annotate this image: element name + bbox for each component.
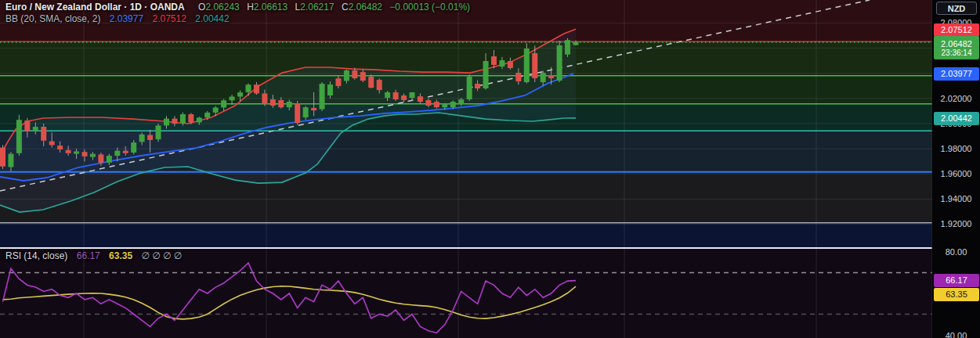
candle-body xyxy=(98,154,103,162)
candle-body xyxy=(156,125,161,139)
candle-body xyxy=(164,119,169,126)
price-axis[interactable]: 2.080002.020002.000001.980001.960001.940… xyxy=(932,0,980,338)
candle-body xyxy=(434,102,439,107)
candle-body xyxy=(524,49,530,82)
axis-price-badge: 2.07512 xyxy=(934,23,979,37)
candle-body xyxy=(90,154,96,157)
candle-body xyxy=(335,78,341,86)
candle-body xyxy=(139,135,145,142)
rsi-ma-value: 63.35 xyxy=(109,250,132,261)
rsi-legend-row[interactable]: RSI (14, close) 66.17 63.35 ∅ ∅ ∅ ∅ xyxy=(5,250,182,261)
candle-body xyxy=(33,127,38,131)
rsi-value: 66.17 xyxy=(77,250,100,261)
candle-body xyxy=(418,96,423,102)
rsi-empty-plots: ∅ ∅ ∅ ∅ xyxy=(141,250,182,261)
candle-body xyxy=(270,99,276,106)
candle-body xyxy=(287,102,292,107)
candle-body xyxy=(147,135,153,140)
price-zone xyxy=(0,224,932,247)
candle-body xyxy=(246,84,251,92)
candle-body xyxy=(327,84,333,95)
price-zone xyxy=(0,41,932,76)
currency-button-label: NZD xyxy=(948,4,966,13)
candle-body xyxy=(541,73,546,82)
candle-body xyxy=(532,53,537,78)
symbol-title: Euro / New Zealand Dollar · 1D · OANDA xyxy=(5,2,185,13)
candle-body xyxy=(230,96,235,100)
axis-price-badge: 63.35 xyxy=(934,288,979,301)
candle-body xyxy=(442,103,447,107)
ohlc-high-value: 2.06613 xyxy=(254,2,287,13)
legend-bb-row[interactable]: BB (20, SMA, close, 2) 2.03977 2.07512 2… xyxy=(5,13,470,24)
ohlc-open-value: 2.06243 xyxy=(205,2,239,13)
candle-body xyxy=(204,113,210,117)
candle-body xyxy=(254,84,259,93)
candle-body xyxy=(41,127,46,141)
candle-body xyxy=(197,117,202,122)
axis-price-badge: 2.00442 xyxy=(934,112,979,125)
rsi-label: RSI (14, close) xyxy=(5,250,67,261)
axis-tick-label: 2.02000 xyxy=(932,94,980,103)
candle-body xyxy=(491,56,497,65)
candle-body xyxy=(548,75,554,78)
ohlc-high-label: H xyxy=(247,2,254,13)
currency-button[interactable]: NZD xyxy=(936,2,977,15)
ohlc-close-value: 2.06482 xyxy=(349,2,382,13)
candle-body xyxy=(278,100,284,107)
legend-symbol-row[interactable]: Euro / New Zealand Dollar · 1D · OANDA O… xyxy=(5,2,470,13)
price-zone xyxy=(0,172,932,223)
candle-body xyxy=(311,108,316,110)
candle-body xyxy=(483,61,489,88)
candle-body xyxy=(221,100,226,107)
candle-body xyxy=(66,150,71,153)
ohlc-close-label: C xyxy=(342,2,349,13)
candle-body xyxy=(393,92,399,99)
axis-price-badge: 2.03977 xyxy=(934,67,979,81)
axis-tick-label: 40.00 xyxy=(932,331,980,338)
axis-tick-label: 1.94000 xyxy=(932,194,980,203)
candle-body xyxy=(57,146,63,149)
candle-body xyxy=(49,142,55,146)
candle-body xyxy=(344,70,349,81)
candle-body xyxy=(188,114,193,122)
candle-body xyxy=(82,152,88,156)
candle-body xyxy=(385,92,390,98)
bb-lower-value: 2.00442 xyxy=(195,13,229,24)
candle-body xyxy=(377,80,382,90)
ohlc-open-label: O xyxy=(198,2,205,13)
tradingview-chart-window: Euro / New Zealand Dollar · 1D · OANDA O… xyxy=(0,0,980,338)
candle-body xyxy=(303,107,309,117)
candle-body xyxy=(401,95,407,100)
candle-body xyxy=(295,103,300,123)
candle-body xyxy=(74,151,79,153)
axis-tick-label: 1.92000 xyxy=(932,219,980,228)
candle-body xyxy=(0,148,5,167)
axis-tick-label: 80.00 xyxy=(932,247,980,257)
candle-body xyxy=(467,77,472,99)
axis-price-badge: 2.0648223:36:14 xyxy=(934,36,979,59)
chart-svg[interactable] xyxy=(0,0,980,338)
countdown-timer: 23:36:14 xyxy=(934,49,979,57)
candle-body xyxy=(107,156,112,163)
candle-body xyxy=(114,151,120,156)
candle-body xyxy=(475,84,480,88)
bb-upper-value: 2.07512 xyxy=(152,13,186,24)
candle-body xyxy=(123,151,128,153)
axis-price-badge: 66.17 xyxy=(934,274,979,287)
candle-body xyxy=(458,99,464,104)
candle-body xyxy=(8,154,13,167)
axis-tick-label: 1.96000 xyxy=(932,169,980,178)
candle-body xyxy=(565,40,570,54)
rsi-panel-bg xyxy=(0,248,932,338)
candle-body xyxy=(180,114,186,123)
ohlc-low-value: 2.06217 xyxy=(300,2,334,13)
candle-body xyxy=(131,142,136,153)
legend: Euro / New Zealand Dollar · 1D · OANDA O… xyxy=(5,2,470,25)
candle-body xyxy=(262,93,267,104)
candle-body xyxy=(557,45,562,81)
candle-body xyxy=(16,120,22,153)
candle-body xyxy=(352,70,357,78)
candle-body xyxy=(24,120,30,131)
candle-body xyxy=(450,102,456,107)
candle-body xyxy=(499,60,504,67)
